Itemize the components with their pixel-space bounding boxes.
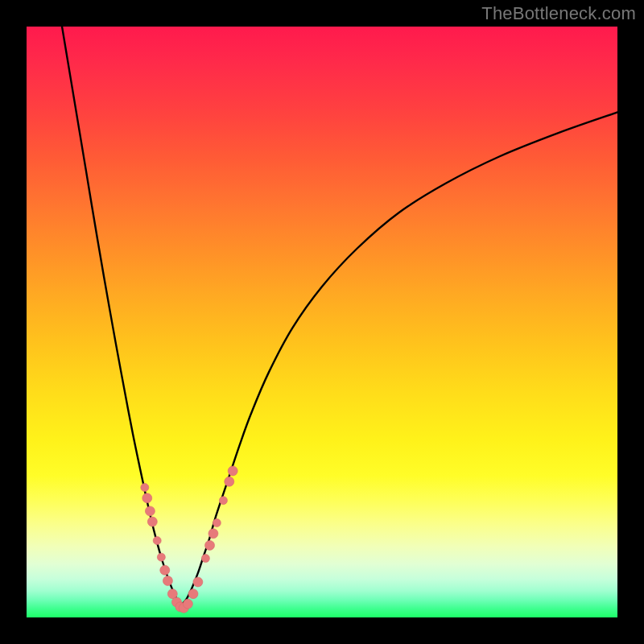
chart-frame: TheBottleneck.com	[0, 0, 644, 644]
data-marker	[193, 577, 203, 587]
data-marker	[188, 589, 198, 599]
data-marker	[145, 506, 155, 516]
markers-group	[141, 466, 237, 613]
series-right-branch	[180, 112, 617, 605]
data-marker	[208, 529, 218, 539]
data-marker	[219, 497, 227, 505]
data-marker	[201, 555, 209, 563]
data-marker	[163, 576, 172, 585]
data-marker	[228, 466, 237, 476]
data-marker	[213, 519, 221, 527]
data-marker	[153, 537, 161, 545]
data-marker	[225, 477, 234, 486]
chart-svg	[27, 27, 617, 617]
data-marker	[160, 565, 170, 575]
series-group	[62, 27, 617, 605]
data-marker	[157, 553, 165, 561]
data-marker	[205, 540, 215, 550]
data-marker	[183, 599, 192, 609]
data-marker	[141, 484, 149, 492]
data-marker	[147, 517, 157, 526]
data-marker	[142, 493, 152, 503]
plot-area	[27, 27, 617, 617]
watermark-text: TheBottleneck.com	[481, 3, 636, 24]
series-left-branch	[62, 27, 180, 605]
